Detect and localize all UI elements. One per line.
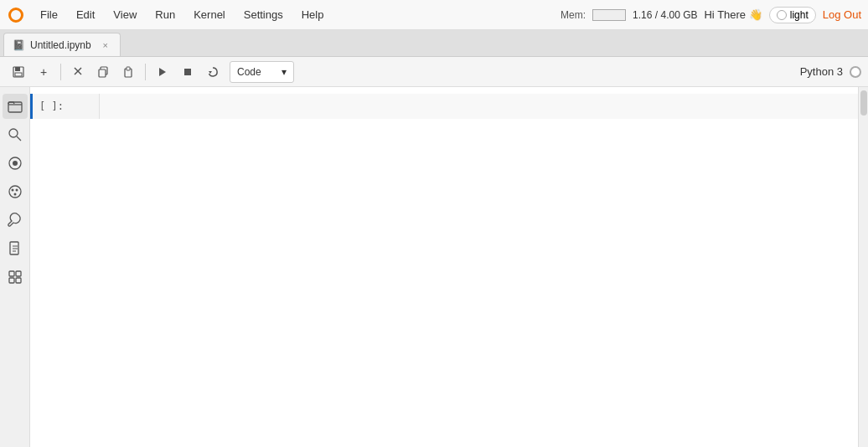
cell-1: [ ]: bbox=[30, 94, 858, 119]
stop-button[interactable] bbox=[176, 60, 199, 84]
stop-icon bbox=[183, 67, 193, 77]
search-icon bbox=[8, 127, 23, 142]
logout-button[interactable]: Log Out bbox=[823, 8, 861, 21]
tab-name: Untitled.ipynb bbox=[30, 39, 91, 51]
main-area: [ ]: bbox=[0, 87, 868, 447]
menu-settings[interactable]: Settings bbox=[235, 5, 292, 24]
svg-point-16 bbox=[13, 161, 18, 166]
chevron-down-icon: ▾ bbox=[282, 66, 287, 78]
sidebar-item-files[interactable] bbox=[3, 236, 28, 261]
python-indicator: Python 3 bbox=[800, 65, 861, 78]
svg-rect-27 bbox=[9, 278, 14, 283]
puzzle-icon bbox=[8, 270, 23, 285]
scrollbar[interactable] bbox=[858, 87, 868, 447]
tab-bar: 📓 Untitled.ipynb × bbox=[0, 30, 868, 57]
svg-marker-11 bbox=[209, 71, 212, 74]
greeting-text: Hi There 👋 bbox=[704, 8, 762, 21]
sidebar-item-circle[interactable] bbox=[3, 151, 28, 176]
svg-point-13 bbox=[9, 129, 18, 137]
notebook-tab[interactable]: 📓 Untitled.ipynb × bbox=[3, 33, 121, 56]
notebook-tab-icon: 📓 bbox=[13, 39, 25, 51]
notebook-area: [ ]: bbox=[30, 87, 858, 447]
svg-rect-10 bbox=[184, 69, 191, 75]
cell-type-select[interactable]: Code ▾ bbox=[230, 61, 294, 83]
svg-marker-9 bbox=[159, 68, 166, 76]
menu-view[interactable]: View bbox=[105, 5, 145, 24]
mem-value: 1.16 / 4.00 GB bbox=[633, 9, 697, 21]
circle-icon bbox=[8, 156, 23, 171]
cell-prompt: [ ]: bbox=[33, 94, 100, 119]
theme-label: light bbox=[790, 9, 809, 21]
menu-edit[interactable]: Edit bbox=[68, 5, 103, 24]
svg-rect-26 bbox=[16, 271, 21, 276]
theme-toggle[interactable]: light bbox=[769, 7, 816, 23]
logo bbox=[7, 6, 25, 24]
toggle-circle-icon bbox=[777, 10, 787, 20]
sidebar-item-folder[interactable] bbox=[3, 94, 28, 119]
menu-help[interactable]: Help bbox=[293, 5, 333, 24]
kernel-name: Python 3 bbox=[800, 65, 843, 78]
folder-icon bbox=[8, 99, 23, 114]
copy-icon bbox=[97, 66, 109, 78]
svg-point-18 bbox=[11, 189, 13, 192]
svg-rect-25 bbox=[9, 271, 14, 276]
svg-point-17 bbox=[9, 186, 21, 198]
file-icon bbox=[8, 241, 23, 256]
add-cell-button[interactable]: + bbox=[32, 60, 55, 84]
sidebar-item-extensions[interactable] bbox=[3, 265, 28, 290]
svg-line-14 bbox=[17, 136, 21, 141]
svg-rect-12 bbox=[8, 102, 22, 112]
restart-button[interactable] bbox=[201, 60, 225, 84]
cut-icon bbox=[72, 66, 84, 78]
svg-point-19 bbox=[15, 189, 18, 192]
wrench-icon bbox=[8, 213, 23, 228]
paste-icon bbox=[122, 66, 134, 78]
sidebar-item-search[interactable] bbox=[3, 122, 28, 147]
sidebar-item-palette[interactable] bbox=[3, 179, 28, 204]
menu-bar: File Edit View Run Kernel Settings Help … bbox=[0, 0, 868, 30]
restart-icon bbox=[207, 66, 219, 78]
svg-rect-1 bbox=[15, 67, 20, 71]
run-button[interactable] bbox=[151, 60, 174, 84]
svg-point-20 bbox=[13, 193, 16, 196]
toolbar: + Code ▾ bbox=[0, 57, 868, 87]
kernel-status-icon bbox=[850, 66, 861, 78]
toolbar-divider-2 bbox=[145, 64, 146, 80]
menu-run[interactable]: Run bbox=[147, 5, 183, 24]
sidebar bbox=[0, 87, 30, 447]
svg-rect-28 bbox=[16, 278, 21, 283]
mem-label: Mem: bbox=[561, 9, 586, 21]
cut-button[interactable] bbox=[66, 60, 90, 84]
menu-kernel[interactable]: Kernel bbox=[185, 5, 234, 24]
svg-rect-6 bbox=[99, 69, 106, 77]
cell-type-label: Code bbox=[237, 66, 261, 78]
logo-ring bbox=[8, 8, 23, 23]
scroll-handle[interactable] bbox=[860, 90, 867, 116]
mem-bar-container bbox=[592, 9, 626, 21]
menu-items: File Edit View Run Kernel Settings Help bbox=[32, 5, 561, 24]
copy-button[interactable] bbox=[91, 60, 115, 84]
run-icon bbox=[158, 67, 168, 77]
add-icon: + bbox=[40, 65, 47, 79]
top-right: Mem: 1.16 / 4.00 GB Hi There 👋 light Log… bbox=[561, 7, 861, 23]
svg-rect-8 bbox=[127, 67, 130, 70]
toolbar-divider-1 bbox=[60, 64, 61, 80]
tab-close-button[interactable]: × bbox=[100, 39, 111, 51]
menu-file[interactable]: File bbox=[32, 5, 66, 24]
paste-button[interactable] bbox=[116, 60, 140, 84]
sidebar-item-tools[interactable] bbox=[3, 208, 28, 233]
palette-icon bbox=[8, 184, 23, 199]
save-button[interactable] bbox=[7, 60, 30, 84]
cell-input[interactable] bbox=[100, 94, 858, 119]
svg-rect-2 bbox=[15, 73, 22, 76]
save-icon bbox=[13, 66, 24, 78]
